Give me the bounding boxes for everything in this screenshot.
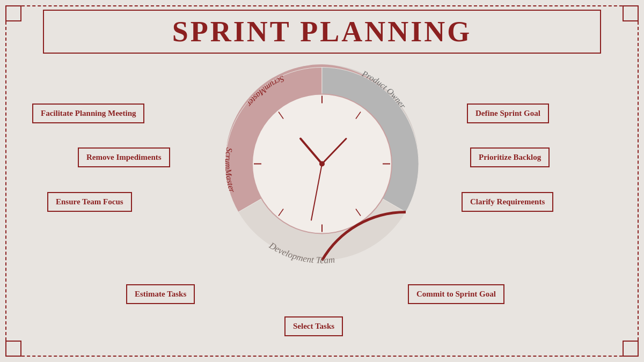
svg-point-13 <box>319 161 325 167</box>
label-ensure: Ensure Team Focus <box>47 192 132 212</box>
label-select: Select Tasks <box>284 316 343 336</box>
label-remove: Remove Impediments <box>78 147 170 167</box>
page-title: SPRINT PLANNING <box>172 16 472 48</box>
label-estimate: Estimate Tasks <box>126 284 195 304</box>
label-commit: Commit to Sprint Goal <box>408 284 504 304</box>
label-clarify: Clarify Requirements <box>462 192 553 212</box>
label-facilitate: Facilitate Planning Meeting <box>32 104 144 123</box>
label-prioritize: Prioritize Backlog <box>470 147 550 167</box>
corner-tl <box>5 5 21 21</box>
sprint-diagram: ScrumMaster ScrumMaster Product Owner De… <box>217 58 427 270</box>
title-box: SPRINT PLANNING <box>43 10 601 54</box>
corner-br <box>623 341 639 357</box>
corner-bl <box>5 341 21 357</box>
corner-tr <box>623 5 639 21</box>
label-define: Define Sprint Goal <box>467 104 549 123</box>
